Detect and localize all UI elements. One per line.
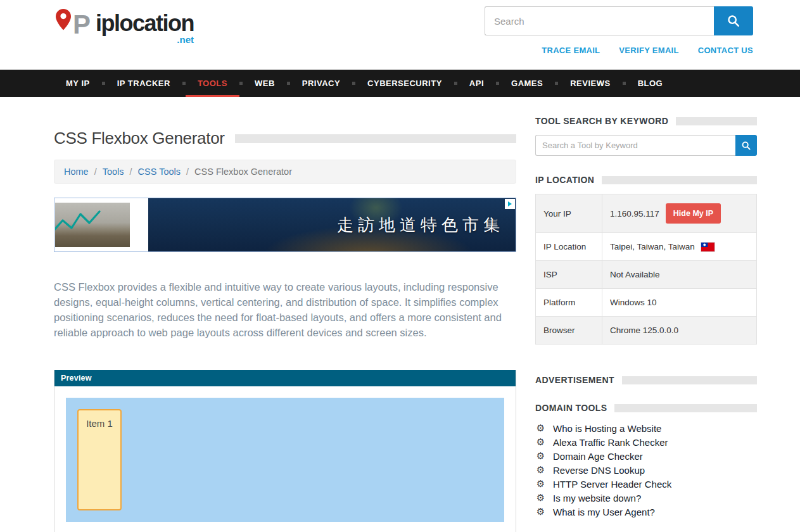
breadcrumb-home[interactable]: Home bbox=[64, 167, 89, 177]
nav-item-privacy[interactable]: PRIVACY bbox=[290, 70, 352, 97]
search-icon bbox=[741, 141, 751, 151]
nav-item-games[interactable]: GAMES bbox=[499, 70, 555, 97]
table-row-isp: ISP Not Available bbox=[536, 261, 757, 289]
heading-fill-bar bbox=[602, 176, 757, 184]
row-label: Platform bbox=[536, 289, 602, 317]
gear-icon: ⚙ bbox=[535, 479, 546, 490]
site-search-button[interactable] bbox=[714, 6, 753, 35]
advertisement-heading-row: ADVERTISEMENT bbox=[535, 375, 757, 385]
domain-tools-list: ⚙ Who is Hosting a Website ⚙ Alexa Traff… bbox=[535, 423, 757, 517]
row-label: ISP bbox=[536, 261, 602, 289]
nav-item-reviews[interactable]: REVIEWS bbox=[558, 70, 622, 97]
main-column: CSS Flexbox Generator Home / Tools / CSS… bbox=[54, 97, 516, 532]
content-area: CSS Flexbox Generator Home / Tools / CSS… bbox=[0, 97, 800, 532]
flexbox-preview-container: Item 1 bbox=[66, 398, 504, 522]
list-item: ⚙ HTTP Server Header Check bbox=[535, 479, 757, 490]
ip-location-value: Taipei, Taiwan, Taiwan bbox=[610, 242, 695, 251]
nav-item-blog[interactable]: BLOG bbox=[626, 70, 675, 97]
row-label: Browser bbox=[536, 317, 602, 345]
nav-item-web[interactable]: WEB bbox=[243, 70, 287, 97]
preview-panel-body: Item 1 bbox=[54, 386, 516, 532]
domain-tool-link-reverse-dns[interactable]: Reverse DNS Lookup bbox=[553, 465, 645, 476]
search-icon bbox=[727, 14, 740, 28]
verify-email-link[interactable]: VERIFY EMAIL bbox=[619, 46, 678, 55]
main-navigation: MY IP IP TRACKER TOOLS WEB PRIVACY CYBER… bbox=[0, 70, 800, 97]
site-search-input[interactable] bbox=[485, 6, 714, 35]
nav-item-api[interactable]: API bbox=[457, 70, 496, 97]
trace-email-link[interactable]: TRACE EMAIL bbox=[542, 46, 600, 55]
list-item: ⚙ Domain Age Checker bbox=[535, 451, 757, 462]
table-row-your-ip: Your IP 1.160.95.117 Hide My IP bbox=[536, 194, 757, 233]
nav-item-ip-tracker[interactable]: IP TRACKER bbox=[105, 70, 182, 97]
logo-wordmark: iplocation .net bbox=[96, 11, 194, 45]
header-right: TRACE EMAIL VERIFY EMAIL CONTACT US bbox=[485, 6, 753, 70]
gear-icon: ⚙ bbox=[535, 507, 546, 517]
tool-search-heading-row: TOOL SEARCH BY KEYWORD bbox=[535, 116, 757, 126]
tool-search-heading: TOOL SEARCH BY KEYWORD bbox=[535, 116, 668, 126]
page-title-row: CSS Flexbox Generator bbox=[54, 129, 516, 148]
ip-location-table: Your IP 1.160.95.117 Hide My IP IP Locat… bbox=[535, 194, 757, 345]
logo-pin-icon: P bbox=[54, 8, 94, 44]
nav-item-cybersecurity[interactable]: CYBERSECURITY bbox=[355, 70, 454, 97]
domain-tool-link-user-agent[interactable]: What is my User Agent? bbox=[553, 507, 655, 517]
gear-icon: ⚙ bbox=[535, 451, 546, 462]
gear-icon: ⚙ bbox=[535, 465, 546, 476]
preview-panel: Preview Item 1 bbox=[54, 370, 516, 532]
gear-icon: ⚙ bbox=[535, 437, 546, 448]
your-ip-value: 1.160.95.117 bbox=[610, 209, 659, 218]
domain-tool-link-website-down[interactable]: Is my website down? bbox=[553, 493, 641, 504]
gear-icon: ⚙ bbox=[535, 493, 546, 504]
nav-item-tools[interactable]: TOOLS bbox=[186, 70, 239, 97]
logo-text: iplocation bbox=[96, 11, 194, 35]
table-row-browser: Browser Chrome 125.0.0.0 bbox=[536, 317, 757, 345]
breadcrumb-separator: / bbox=[186, 167, 189, 177]
domain-tool-link-domain-age[interactable]: Domain Age Checker bbox=[553, 451, 643, 462]
ad-banner[interactable]: 走訪地道特色市集 bbox=[54, 198, 516, 252]
sidebar: TOOL SEARCH BY KEYWORD IP LOCATION Your … bbox=[535, 97, 757, 532]
isp-value: Not Available bbox=[602, 261, 757, 289]
breadcrumb: Home / Tools / CSS Tools / CSS Flexbox G… bbox=[54, 160, 516, 184]
heading-fill-bar bbox=[614, 404, 757, 412]
domain-tools-heading-row: DOMAIN TOOLS bbox=[535, 403, 757, 413]
domain-tool-link-http-header[interactable]: HTTP Server Header Check bbox=[553, 479, 671, 490]
breadcrumb-current: CSS Flexbox Generator bbox=[194, 167, 292, 177]
row-label: Your IP bbox=[536, 194, 602, 233]
header-links: TRACE EMAIL VERIFY EMAIL CONTACT US bbox=[542, 46, 753, 55]
logo[interactable]: P iplocation .net bbox=[54, 8, 194, 70]
top-header: P iplocation .net TRACE EMAIL VERIFY EMA… bbox=[0, 0, 800, 70]
list-item: ⚙ Is my website down? bbox=[535, 493, 757, 504]
table-row-ip-location: IP Location Taipei, Taiwan, Taiwan bbox=[536, 233, 757, 261]
tool-search-button[interactable] bbox=[735, 135, 757, 156]
ad-left-image bbox=[55, 203, 130, 247]
nav-item-my-ip[interactable]: MY IP bbox=[54, 70, 102, 97]
preview-panel-header: Preview bbox=[54, 370, 516, 386]
adchoices-icon[interactable] bbox=[505, 199, 515, 209]
list-item: ⚙ Alexa Traffic Rank Checker bbox=[535, 437, 757, 448]
breadcrumb-tools[interactable]: Tools bbox=[103, 167, 124, 177]
ad-text: 走訪地道特色市集 bbox=[337, 214, 516, 236]
taiwan-flag-icon bbox=[701, 243, 714, 251]
gear-icon: ⚙ bbox=[535, 423, 546, 434]
domain-tools-heading: DOMAIN TOOLS bbox=[535, 403, 607, 413]
advertisement-heading: ADVERTISEMENT bbox=[535, 375, 614, 385]
table-row-platform: Platform Windows 10 bbox=[536, 289, 757, 317]
svg-text:P: P bbox=[73, 10, 91, 39]
flexbox-preview-item[interactable]: Item 1 bbox=[77, 409, 122, 510]
ip-location-heading-row: IP LOCATION bbox=[535, 175, 757, 185]
page-description: CSS Flexbox provides a flexible and intu… bbox=[54, 279, 504, 340]
breadcrumb-css-tools[interactable]: CSS Tools bbox=[138, 167, 181, 177]
domain-tool-link-hosting[interactable]: Who is Hosting a Website bbox=[553, 423, 661, 434]
browser-value: Chrome 125.0.0.0 bbox=[602, 317, 757, 345]
breadcrumb-separator: / bbox=[94, 167, 97, 177]
heading-fill-bar bbox=[676, 117, 757, 125]
list-item: ⚙ What is my User Agent? bbox=[535, 507, 757, 517]
page-title: CSS Flexbox Generator bbox=[54, 129, 225, 148]
contact-us-link[interactable]: CONTACT US bbox=[698, 46, 753, 55]
hide-my-ip-button[interactable]: Hide My IP bbox=[666, 203, 721, 224]
list-item: ⚙ Reverse DNS Lookup bbox=[535, 465, 757, 476]
platform-value: Windows 10 bbox=[602, 289, 757, 317]
title-fill-bar bbox=[235, 134, 516, 143]
logo-tld: .net bbox=[96, 34, 194, 45]
domain-tool-link-alexa-rank[interactable]: Alexa Traffic Rank Checker bbox=[553, 437, 668, 448]
tool-search-input[interactable] bbox=[535, 135, 735, 156]
